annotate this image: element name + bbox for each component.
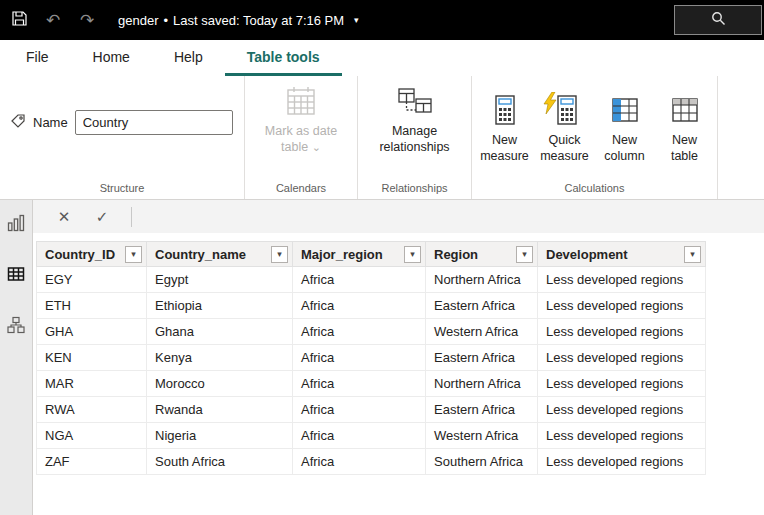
column-header-label: Region [434,247,512,262]
table-cell[interactable]: Ethiopia [147,293,293,319]
column-header-major-region[interactable]: Major_region ▾ [293,242,426,267]
table-cell[interactable]: Less developed regions [538,345,706,371]
table-cell[interactable]: KEN [37,345,147,371]
table-cell[interactable]: Africa [293,449,426,475]
name-label: Name [33,115,68,130]
table-cell[interactable]: Morocco [147,371,293,397]
column-filter-button[interactable]: ▾ [125,246,142,263]
table-cell[interactable]: South Africa [147,449,293,475]
new-measure-button[interactable]: New measure [476,85,534,165]
commit-button[interactable]: ✓ [83,200,121,233]
table-cell[interactable]: Less developed regions [538,449,706,475]
column-filter-button[interactable]: ▾ [404,246,421,263]
table-cell[interactable]: ZAF [37,449,147,475]
tab-table-tools[interactable]: Table tools [225,40,342,76]
search-box[interactable] [674,5,762,35]
redo-button[interactable]: ↷ [70,0,104,40]
table-cell[interactable]: Less developed regions [538,371,706,397]
data-grid-container: Country_ID ▾ Country_name ▾ [33,233,764,475]
table-cell[interactable]: NGA [37,423,147,449]
column-header-country-id[interactable]: Country_ID ▾ [37,242,147,267]
cancel-icon: ✕ [58,208,71,226]
model-view-button[interactable] [4,315,28,339]
dropdown-caret-icon: ▾ [410,249,415,259]
table-cell[interactable]: Eastern Africa [426,397,538,423]
tab-home[interactable]: Home [71,40,152,76]
ribbon-group-calculations: New measure [472,76,718,199]
document-title[interactable]: gender • Last saved: Today at 7:16 PM ▾ [118,13,359,28]
table-cell[interactable]: Nigeria [147,423,293,449]
table-cell[interactable]: Less developed regions [538,319,706,345]
column-filter-button[interactable]: ▾ [516,246,533,263]
dropdown-caret-icon: ▾ [690,249,695,259]
table-cell[interactable]: RWA [37,397,147,423]
table-cell[interactable]: Northern Africa [426,267,538,293]
column-header-region[interactable]: Region ▾ [426,242,538,267]
table-cell[interactable]: Africa [293,423,426,449]
tab-help[interactable]: Help [152,40,225,76]
calculator-icon [490,94,520,128]
table-row: EGY Egypt Africa Northern Africa Less de… [37,267,706,293]
column-filter-button[interactable]: ▾ [684,246,701,263]
table-cell[interactable]: Less developed regions [538,267,706,293]
table-cell[interactable]: Less developed regions [538,397,706,423]
column-header-label: Major_region [301,247,400,262]
table-cell[interactable]: Western Africa [426,423,538,449]
quick-measure-label: Quick measure [538,132,592,165]
group-label-relationships: Relationships [358,182,471,194]
cancel-button[interactable]: ✕ [45,200,83,233]
table-row: GHA Ghana Africa Western Africa Less dev… [37,319,706,345]
mark-as-date-table-button[interactable]: Mark as date table ⌄ [245,76,357,156]
document-filename: gender [118,13,158,28]
table-cell[interactable]: Less developed regions [538,423,706,449]
table-cell[interactable]: Southern Africa [426,449,538,475]
new-table-button[interactable]: New table [656,85,714,165]
data-table: Country_ID ▾ Country_name ▾ [36,241,706,475]
table-cell[interactable]: Ghana [147,319,293,345]
save-button[interactable] [2,0,36,40]
tab-file[interactable]: File [4,40,71,76]
table-cell[interactable]: Eastern Africa [426,293,538,319]
column-header-country-name[interactable]: Country_name ▾ [147,242,293,267]
manage-relationships-button[interactable]: Manage relationships [358,76,471,156]
table-cell[interactable]: GHA [37,319,147,345]
table-cell[interactable]: Egypt [147,267,293,293]
ribbon-tabs: File Home Help Table tools [0,40,764,76]
table-cell[interactable]: Africa [293,293,426,319]
formula-bar: ✕ ✓ [33,200,764,233]
new-column-icon [610,94,640,128]
table-cell[interactable]: Africa [293,319,426,345]
commit-icon: ✓ [96,208,109,226]
table-cell[interactable]: Africa [293,371,426,397]
table-name-input[interactable] [75,110,233,135]
column-filter-button[interactable]: ▾ [271,246,288,263]
table-cell[interactable]: Western Africa [426,319,538,345]
chevron-down-icon: ⌄ [312,141,321,153]
lightning-icon [543,92,557,117]
column-header-development[interactable]: Development ▾ [538,242,706,267]
table-cell[interactable]: Northern Africa [426,371,538,397]
mark-as-date-table-label: Mark as date table [265,124,337,154]
table-cell[interactable]: Kenya [147,345,293,371]
table-cell[interactable]: EGY [37,267,147,293]
table-cell[interactable]: Africa [293,345,426,371]
table-cell[interactable]: Africa [293,397,426,423]
titlebar: ↶ ↷ gender • Last saved: Today at 7:16 P… [0,0,764,40]
new-column-button[interactable]: New column [596,85,654,165]
table-cell[interactable]: Less developed regions [538,293,706,319]
formula-bar-divider [131,207,132,227]
new-column-label: New column [598,132,652,165]
data-view-button[interactable] [4,264,28,288]
table-cell[interactable]: MAR [37,371,147,397]
report-view-button[interactable] [4,213,28,237]
table-cell[interactable]: Africa [293,267,426,293]
manage-relationships-label: Manage relationships [367,123,463,156]
table-cell[interactable]: Eastern Africa [426,345,538,371]
table-cell[interactable]: ETH [37,293,147,319]
quick-measure-button[interactable]: Quick measure [536,85,594,165]
ribbon-group-calendars: Mark as date table ⌄ Calendars [245,76,358,199]
data-view-icon [7,265,25,287]
table-cell[interactable]: Rwanda [147,397,293,423]
dropdown-caret-icon: ▾ [131,249,136,259]
undo-button[interactable]: ↶ [36,0,70,40]
